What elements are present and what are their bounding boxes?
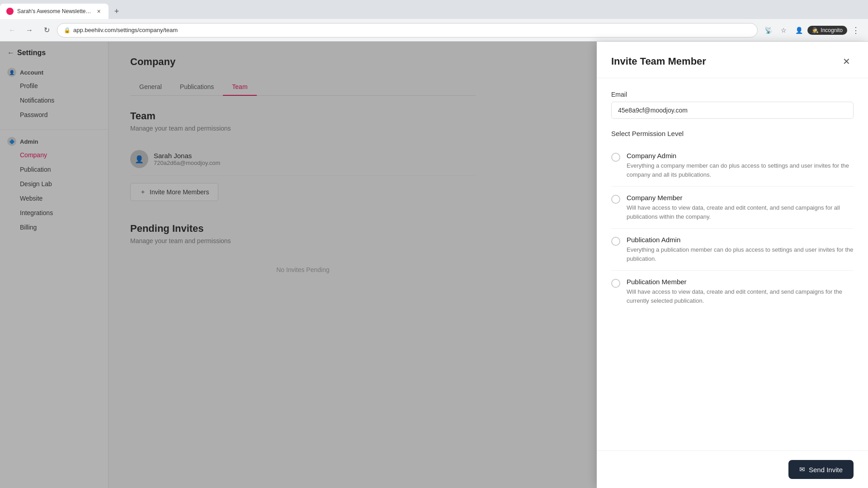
company-member-info: Company Member Will have access to view … bbox=[627, 194, 854, 221]
address-bar[interactable]: 🔒 app.beehiiv.com/settings/company/team bbox=[57, 23, 758, 38]
incognito-label: Incognito bbox=[821, 27, 843, 33]
publication-member-name: Publication Member bbox=[627, 278, 854, 286]
modal-body: Email Select Permission Level Company Ad… bbox=[597, 78, 868, 450]
permission-option-company-member: Company Member Will have access to view … bbox=[611, 187, 854, 229]
modal-footer: ✉ Send Invite bbox=[597, 450, 868, 488]
new-tab-button[interactable]: + bbox=[110, 5, 123, 18]
radio-publication-member[interactable] bbox=[611, 279, 620, 288]
browser-tabs: Sarah's Awesome Newsletter - b... ✕ + bbox=[0, 0, 868, 19]
radio-publication-admin[interactable] bbox=[611, 237, 620, 246]
modal-title: Invite Team Member bbox=[611, 56, 706, 67]
address-text: app.beehiiv.com/settings/company/team bbox=[73, 27, 178, 33]
publication-admin-desc: Everything a publication member can do p… bbox=[627, 245, 854, 263]
permission-section-label: Select Permission Level bbox=[611, 130, 854, 137]
email-input[interactable] bbox=[611, 102, 854, 119]
email-form-group: Email bbox=[611, 91, 854, 119]
active-tab[interactable]: Sarah's Awesome Newsletter - b... ✕ bbox=[0, 4, 108, 19]
lock-icon: 🔒 bbox=[64, 27, 71, 33]
send-icon: ✉ bbox=[799, 465, 805, 474]
permission-section: Select Permission Level Company Admin Ev… bbox=[611, 130, 854, 312]
company-admin-info: Company Admin Everything a company membe… bbox=[627, 152, 854, 179]
publication-admin-info: Publication Admin Everything a publicati… bbox=[627, 236, 854, 263]
profile-button[interactable]: 👤 bbox=[792, 23, 806, 37]
cast-button[interactable]: 📡 bbox=[761, 23, 775, 37]
company-member-name: Company Member bbox=[627, 194, 854, 202]
permission-option-publication-member: Publication Member Will have access to v… bbox=[611, 271, 854, 312]
permission-option-company-admin: Company Admin Everything a company membe… bbox=[611, 145, 854, 187]
browser-chrome: Sarah's Awesome Newsletter - b... ✕ + ← … bbox=[0, 0, 868, 42]
radio-company-member[interactable] bbox=[611, 195, 620, 204]
radio-company-admin[interactable] bbox=[611, 153, 620, 162]
bookmark-button[interactable]: ☆ bbox=[777, 23, 790, 37]
tab-close-button[interactable]: ✕ bbox=[95, 8, 102, 15]
company-member-desc: Will have access to view data, create an… bbox=[627, 203, 854, 221]
permission-option-publication-admin: Publication Admin Everything a publicati… bbox=[611, 229, 854, 271]
incognito-icon: 🕵️ bbox=[812, 27, 819, 33]
company-admin-name: Company Admin bbox=[627, 152, 854, 160]
email-label: Email bbox=[611, 91, 854, 98]
publication-member-desc: Will have access to view data, create an… bbox=[627, 287, 854, 305]
toolbar-actions: 📡 ☆ 👤 🕵️ Incognito ⋮ bbox=[761, 23, 863, 37]
modal-header: Invite Team Member ✕ bbox=[597, 42, 868, 78]
publication-admin-name: Publication Admin bbox=[627, 236, 854, 244]
invite-team-member-modal: Invite Team Member ✕ Email Select Permis… bbox=[597, 42, 868, 488]
forward-button[interactable]: → bbox=[23, 23, 36, 37]
tab-title: Sarah's Awesome Newsletter - b... bbox=[17, 8, 91, 14]
send-btn-label: Send Invite bbox=[809, 466, 843, 474]
back-button[interactable]: ← bbox=[5, 23, 19, 37]
more-options-button[interactable]: ⋮ bbox=[849, 23, 863, 37]
modal-close-button[interactable]: ✕ bbox=[839, 54, 854, 69]
publication-member-info: Publication Member Will have access to v… bbox=[627, 278, 854, 305]
incognito-badge: 🕵️ Incognito bbox=[807, 26, 847, 35]
reload-button[interactable]: ↻ bbox=[40, 23, 53, 37]
send-invite-button[interactable]: ✉ Send Invite bbox=[788, 460, 854, 479]
browser-toolbar: ← → ↻ 🔒 app.beehiiv.com/settings/company… bbox=[0, 19, 868, 42]
company-admin-desc: Everything a company member can do plus … bbox=[627, 161, 854, 179]
tab-favicon bbox=[6, 8, 14, 15]
